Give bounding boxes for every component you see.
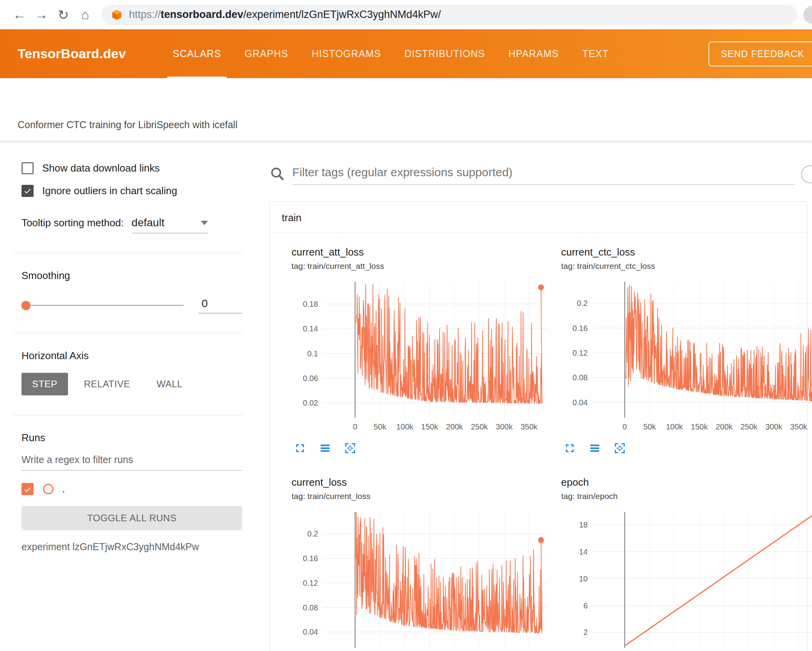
horizontal-axis-toggle: STEP RELATIVE WALL <box>21 373 242 395</box>
forward-icon[interactable]: → <box>30 4 52 26</box>
filter-tags-input[interactable] <box>292 163 795 185</box>
run-checkbox[interactable] <box>21 483 34 495</box>
tab-histograms[interactable]: HISTOGRAMS <box>300 29 393 78</box>
horizontal-lines-icon[interactable] <box>318 441 332 455</box>
chart-title: current_ctc_loss <box>561 246 812 258</box>
chart-plot[interactable]: 050k100k150k200k250k300k350k0.040.080.12… <box>292 510 549 651</box>
back-icon[interactable]: ← <box>9 4 30 26</box>
svg-text:0.02: 0.02 <box>303 399 318 407</box>
tensorboard-logo[interactable]: TensorBoard.dev <box>18 46 126 61</box>
svg-text:6: 6 <box>583 601 588 610</box>
svg-text:0.08: 0.08 <box>303 603 318 612</box>
nav-tabs: SCALARS GRAPHS HISTOGRAMS DISTRIBUTIONS … <box>161 29 621 78</box>
axis-wall-button[interactable]: WALL <box>146 373 193 395</box>
chart-plot[interactable]: 050k100k150k200k250k300k350k0.020.060.10… <box>292 280 549 435</box>
tab-text[interactable]: TEXT <box>571 29 621 78</box>
tab-hparams[interactable]: HPARAMS <box>497 29 571 78</box>
svg-text:350k: 350k <box>520 422 538 431</box>
horizontal-lines-icon[interactable] <box>588 441 602 455</box>
tensorboard-page: ← → ↻ ⌂ https://tensorboard.dev/experime… <box>0 0 812 651</box>
tab-scalars[interactable]: SCALARS <box>161 29 233 78</box>
url-scheme: https:// <box>129 9 161 21</box>
browser-chrome: ← → ↻ ⌂ https://tensorboard.dev/experime… <box>0 0 812 29</box>
sidebar-divider <box>14 333 242 333</box>
svg-text:0.2: 0.2 <box>307 529 318 538</box>
reload-icon[interactable]: ↻ <box>52 4 74 26</box>
runs-label: Runs <box>21 432 242 444</box>
ignore-outliers-label: Ignore outliers in chart scaling <box>42 185 177 197</box>
tab-distributions[interactable]: DISTRIBUTIONS <box>393 29 497 78</box>
chart-tag: tag: train/current_att_loss <box>292 261 549 271</box>
chart-card-current_att_loss: current_att_losstag: train/current_att_l… <box>280 233 549 458</box>
toggle-all-runs-button[interactable]: TOGGLE ALL RUNS <box>21 506 242 530</box>
train-group-header[interactable]: train <box>270 202 807 233</box>
experiment-title: Conformer CTC training for LibriSpeech w… <box>18 119 238 131</box>
svg-text:50k: 50k <box>643 422 656 431</box>
show-download-links-label: Show data download links <box>42 162 160 174</box>
axis-step-button[interactable]: STEP <box>21 373 68 395</box>
svg-text:0.08: 0.08 <box>572 373 588 382</box>
tensorboard-favicon-icon <box>111 9 123 21</box>
chart-plot[interactable]: 050k100k150k200k250k300k350k0.040.080.12… <box>561 280 812 435</box>
smoothing-value-input[interactable]: 0 <box>199 297 242 313</box>
fit-domain-icon[interactable] <box>613 441 627 455</box>
svg-text:200k: 200k <box>715 422 733 431</box>
smoothing-slider-track[interactable] <box>30 305 184 306</box>
svg-text:0: 0 <box>353 422 357 431</box>
scalars-main: train current_att_losstag: train/current… <box>256 141 812 651</box>
horizontal-axis-label: Horizontal Axis <box>21 350 242 362</box>
axis-relative-button[interactable]: RELATIVE <box>73 373 141 395</box>
tooltip-sorting-value: default <box>132 216 165 229</box>
svg-text:300k: 300k <box>765 422 783 431</box>
experiment-id-label: experiment lzGnETjwRxC3yghNMd4kPw <box>21 541 242 553</box>
svg-text:0.04: 0.04 <box>303 628 318 636</box>
url-path: /experiment/lzGnETjwRxC3yghNMd4kPw/ <box>243 9 441 21</box>
fullscreen-icon[interactable] <box>293 441 307 455</box>
svg-text:0: 0 <box>622 422 627 431</box>
svg-text:300k: 300k <box>496 422 513 431</box>
svg-text:50k: 50k <box>374 422 386 431</box>
profile-avatar[interactable] <box>803 6 812 24</box>
tab-graphs[interactable]: GRAPHS <box>233 29 300 78</box>
charts-grid: current_att_losstag: train/current_att_l… <box>270 233 807 651</box>
home-icon[interactable]: ⌂ <box>74 4 96 26</box>
svg-text:0.12: 0.12 <box>572 349 588 357</box>
chart-tag: tag: train/current_loss <box>292 492 549 501</box>
chevron-down-icon <box>201 221 208 225</box>
sidebar-divider <box>14 415 242 415</box>
fit-domain-icon[interactable] <box>343 441 357 455</box>
svg-text:100k: 100k <box>666 422 683 431</box>
fullscreen-icon[interactable] <box>563 441 577 455</box>
chart-plot[interactable]: 050k100k150k200k250k300k350k26101418 <box>561 510 812 651</box>
chart-card-current_ctc_loss: current_ctc_losstag: train/current_ctc_l… <box>549 233 812 458</box>
svg-text:0.16: 0.16 <box>572 324 588 333</box>
address-bar[interactable]: https://tensorboard.dev/experiment/lzGnE… <box>102 5 797 25</box>
chart-card-current_loss: current_losstag: train/current_loss050k1… <box>280 463 549 651</box>
run-color-swatch <box>43 484 54 494</box>
chart-tag: tag: train/current_ctc_loss <box>561 261 812 271</box>
smoothing-label: Smoothing <box>21 270 242 282</box>
send-feedback-button[interactable]: SEND FEEDBACK <box>708 41 812 66</box>
sidebar-divider <box>14 253 242 253</box>
svg-text:0.1: 0.1 <box>307 349 318 358</box>
tooltip-sorting-select[interactable]: default <box>132 216 208 233</box>
chart-card-epoch: epochtag: train/epoch050k100k150k200k250… <box>549 463 812 651</box>
svg-text:350k: 350k <box>790 422 807 431</box>
settings-sidebar: Show data download links Ignore outliers… <box>0 141 256 651</box>
app-header: TensorBoard.dev SCALARS GRAPHS HISTOGRAM… <box>0 29 812 78</box>
run-name-label: . <box>62 483 65 495</box>
search-icon <box>270 166 285 182</box>
svg-text:0.16: 0.16 <box>303 554 318 563</box>
svg-text:14: 14 <box>579 547 588 556</box>
show-download-links-checkbox[interactable] <box>21 162 34 174</box>
chart-title: epoch <box>561 476 812 488</box>
ignore-outliers-checkbox[interactable] <box>21 185 34 197</box>
svg-text:0.2: 0.2 <box>577 299 588 308</box>
refresh-button[interactable] <box>801 165 812 183</box>
runs-filter-input[interactable] <box>21 446 242 470</box>
svg-text:18: 18 <box>579 520 588 529</box>
svg-text:200k: 200k <box>446 422 463 431</box>
smoothing-slider-handle[interactable] <box>21 301 30 310</box>
svg-text:150k: 150k <box>421 422 438 431</box>
run-row: . <box>21 483 242 495</box>
